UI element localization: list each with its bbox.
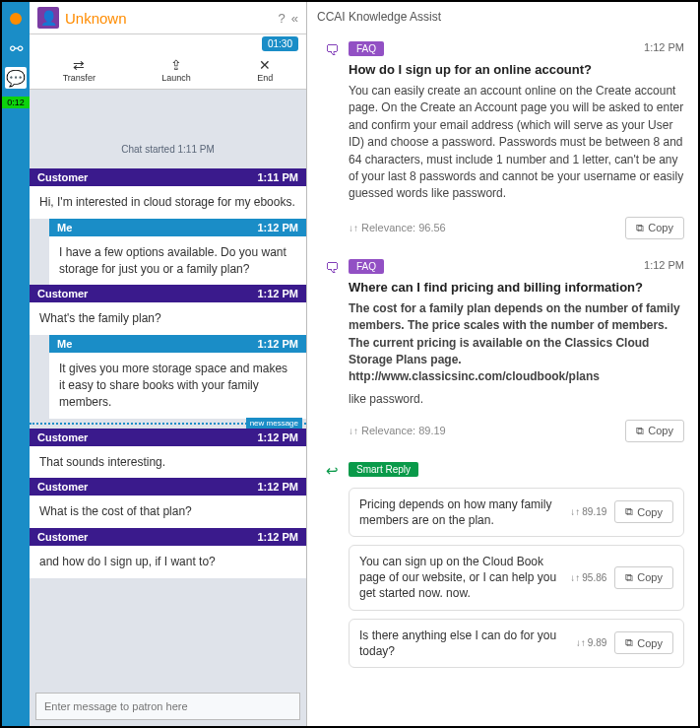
assist-title: CCAI Knowledge Assist <box>307 2 698 32</box>
faq-icon: 🗨 <box>321 259 343 276</box>
faq-card: 🗨 FAQ 1:12 PM Where can I find pricing a… <box>321 259 684 442</box>
msg-body: What is the cost of that plan? <box>30 496 306 528</box>
card-time: 1:12 PM <box>644 259 684 271</box>
smart-reply-item[interactable]: Pricing depends on how many family membe… <box>349 488 684 537</box>
msg-header: Customer1:12 PM <box>30 478 306 496</box>
faq-card: 🗨 FAQ 1:12 PM How do I sign up for an on… <box>321 41 684 239</box>
faq-question: How do I sign up for an online account? <box>349 62 684 77</box>
link-icon[interactable]: ⚯ <box>5 37 27 59</box>
end-icon: ✕ <box>257 57 273 73</box>
collapse-icon[interactable]: « <box>291 11 298 26</box>
sort-icon: ↓↑ <box>349 426 358 436</box>
smart-reply-section: ↩ Smart Reply Pricing depends on how man… <box>321 462 684 668</box>
reply-arrow-icon: ↩ <box>321 462 343 480</box>
launch-icon: ⇪ <box>161 57 191 73</box>
new-message-divider: new message <box>30 423 306 425</box>
faq-tag: FAQ <box>349 41 384 56</box>
chat-header: 👤 Unknown ? « <box>30 2 306 34</box>
sort-icon: ↓↑ <box>570 572 580 583</box>
avatar-icon: 👤 <box>37 7 59 29</box>
sort-icon: ↓↑ <box>349 223 358 233</box>
copy-button[interactable]: ⧉Copy <box>614 500 673 523</box>
sort-icon: ↓↑ <box>576 637 586 648</box>
msg-body: and how do I sign up, if I want to? <box>30 546 306 578</box>
smart-reply-item[interactable]: Is there anything else I can do for you … <box>349 619 684 668</box>
msg-body: I have a few options available. Do you w… <box>49 236 306 286</box>
copy-icon: ⧉ <box>636 222 644 234</box>
relevance-label: ↓↑ Relevance: 89.19 <box>349 425 446 436</box>
copy-button[interactable]: ⧉Copy <box>614 566 673 589</box>
faq-icon: 🗨 <box>321 41 343 58</box>
faq-extra-text: like password. <box>349 392 684 406</box>
faq-answer: The cost for a family plan depends on th… <box>349 300 684 386</box>
copy-button[interactable]: ⧉Copy <box>614 631 673 654</box>
msg-body: What's the family plan? <box>30 302 306 335</box>
reply-text: Pricing depends on how many family membe… <box>359 496 562 528</box>
transfer-button[interactable]: ⇄Transfer <box>63 57 95 83</box>
faq-tag: FAQ <box>349 259 384 274</box>
session-timer: 01:30 <box>262 36 298 51</box>
reply-text: You can sign up on the Cloud Book page o… <box>359 554 562 602</box>
faq-answer: You can easily create an account online … <box>349 83 684 203</box>
timer-row: 01:30 <box>30 34 306 53</box>
knowledge-assist-panel: CCAI Knowledge Assist 🗨 FAQ 1:12 PM How … <box>307 2 698 726</box>
copy-icon: ⧉ <box>625 505 633 518</box>
chat-input-wrap <box>35 693 300 720</box>
card-time: 1:12 PM <box>644 41 684 53</box>
faq-question: Where can I find pricing and billing inf… <box>349 280 684 295</box>
chat-started-label: Chat started 1:11 PM <box>30 90 306 168</box>
launch-button[interactable]: ⇪Launch <box>161 57 191 83</box>
reply-score: ↓↑89.19 <box>570 506 606 517</box>
reply-text: Is there anything else I can do for you … <box>359 628 568 659</box>
relevance-label: ↓↑ Relevance: 96.56 <box>349 222 446 233</box>
reply-score: ↓↑95.86 <box>570 572 606 583</box>
help-icon[interactable]: ? <box>279 11 286 26</box>
transfer-icon: ⇄ <box>63 57 95 73</box>
msg-header: Customer1:12 PM <box>30 285 306 302</box>
msg-body: That sounds interesting. <box>30 446 306 479</box>
message-input[interactable] <box>35 693 300 720</box>
end-button[interactable]: ✕End <box>257 57 273 83</box>
copy-button[interactable]: ⧉Copy <box>625 217 684 239</box>
chat-body: Chat started 1:11 PM Customer1:11 PM Hi,… <box>30 90 306 687</box>
msg-header: Me1:12 PM <box>49 219 306 236</box>
copy-button[interactable]: ⧉Copy <box>625 420 684 442</box>
msg-body: Hi, I'm interested in cloud storage for … <box>30 186 306 219</box>
smart-reply-tag: Smart Reply <box>349 462 418 477</box>
action-bar: ⇄Transfer ⇪Launch ✕End <box>30 53 306 90</box>
contact-name: Unknown <box>65 10 273 27</box>
smart-reply-item[interactable]: You can sign up on the Cloud Book page o… <box>349 545 684 611</box>
reply-score: ↓↑9.89 <box>576 637 606 648</box>
msg-header: Customer1:12 PM <box>30 429 306 446</box>
msg-header: Customer1:11 PM <box>30 168 306 186</box>
left-sidebar: ⚯ 💬 0:12 <box>2 2 30 726</box>
status-dot-icon <box>5 8 27 30</box>
msg-header: Me1:12 PM <box>49 335 306 353</box>
copy-icon: ⧉ <box>636 425 644 437</box>
chat-panel: 👤 Unknown ? « 01:30 ⇄Transfer ⇪Launch ✕E… <box>30 2 307 726</box>
copy-icon: ⧉ <box>625 571 633 584</box>
chat-icon[interactable]: 💬 <box>5 67 27 89</box>
msg-header: Customer1:12 PM <box>30 528 306 546</box>
sidebar-timer-badge: 0:12 <box>2 97 30 108</box>
copy-icon: ⧉ <box>625 636 633 649</box>
msg-body: It gives you more storage space and make… <box>49 353 306 418</box>
sort-icon: ↓↑ <box>570 506 580 517</box>
